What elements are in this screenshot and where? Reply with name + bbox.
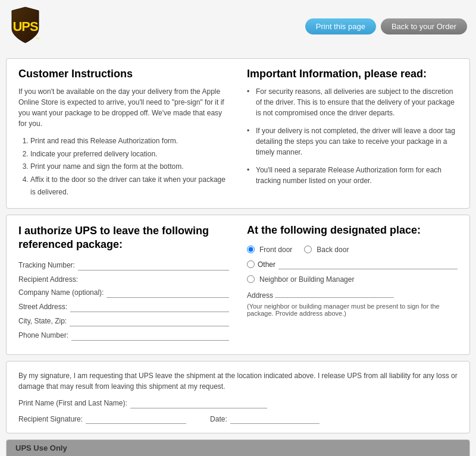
important-info: Important Information, please read: For … [247, 68, 458, 199]
door-options: Front door Back door [247, 246, 458, 254]
tracking-field: Tracking Number: [18, 261, 229, 271]
neighbor-note: (Your neighbor or building manager must … [247, 303, 458, 317]
tracking-input[interactable] [78, 261, 229, 271]
address-label: Address [247, 291, 273, 300]
header-buttons: Print this page Back to your Order [305, 18, 467, 34]
street-input[interactable] [70, 303, 229, 312]
sig-date-row: Recipient Signature: Date: [18, 414, 458, 424]
page-header: UPS ™ Print this page Back to your Order [0, 0, 476, 52]
date-label: Date: [210, 415, 227, 423]
company-label: Company Name (optional): [18, 288, 104, 297]
svg-text:UPS: UPS [12, 19, 38, 34]
back-button[interactable]: Back to your Order [381, 18, 467, 34]
designated-place-title: At the following designated place: [247, 224, 458, 237]
step-3: Print your name and sign the form at the… [30, 161, 229, 174]
customer-instructions-title: Customer Instructions [18, 68, 229, 80]
ups-only-section: UPS Use Only Zip: Delivery Date: [6, 439, 470, 456]
info-section: Customer Instructions If you won't be av… [6, 58, 470, 209]
important-info-bullets: For security reasons, all deliveries are… [247, 86, 458, 186]
auth-section: I authorize UPS to leave the following r… [6, 215, 470, 355]
neighbor-radio[interactable] [247, 275, 255, 283]
bullet-1: For security reasons, all deliveries are… [247, 86, 458, 118]
print-button[interactable]: Print this page [305, 18, 376, 34]
bullet-3: You'll need a separate Release Authoriza… [247, 165, 458, 186]
neighbor-label: Neighbor or Building Manager [259, 275, 354, 284]
company-field: Company Name (optional): [18, 288, 229, 298]
customer-instructions-steps: Print and read this Release Authorizatio… [30, 135, 229, 199]
city-field: City, State, Zip: [18, 317, 229, 326]
back-door-option: Back door [304, 246, 349, 254]
other-underline [278, 260, 458, 269]
other-label: Other [258, 260, 275, 269]
front-door-option: Front door [247, 246, 292, 254]
tracking-label: Tracking Number: [18, 261, 75, 269]
street-label: Street Address: [18, 303, 67, 311]
phone-field: Phone Number: [18, 331, 229, 341]
street-field: Street Address: [18, 303, 229, 312]
print-name-row: Print Name (First and Last Name): [18, 399, 458, 408]
customer-instructions-intro: If you won't be available on the day you… [18, 86, 229, 129]
city-label: City, State, Zip: [18, 317, 67, 325]
bullet-2: If your delivery is not completed, the d… [247, 125, 458, 158]
date-input[interactable] [230, 414, 320, 424]
neighbor-option: Neighbor or Building Manager [247, 275, 458, 284]
auth-title: I authorize UPS to leave the following r… [18, 224, 229, 252]
address-underline [275, 288, 394, 298]
date-part: Date: [210, 414, 320, 424]
back-door-radio[interactable] [304, 246, 312, 253]
recipient-sig-part: Recipient Signature: [18, 414, 186, 424]
front-door-label: Front door [259, 246, 292, 254]
svg-text:™: ™ [36, 37, 40, 41]
recipient-sig-label: Recipient Signature: [18, 415, 83, 423]
important-info-title: Important Information, please read: [247, 68, 458, 80]
other-radio[interactable] [247, 260, 255, 268]
step-1: Print and read this Release Authorizatio… [30, 135, 229, 148]
company-input[interactable] [107, 288, 229, 298]
ups-logo: UPS ™ [9, 6, 42, 46]
auth-left: I authorize UPS to leave the following r… [18, 224, 229, 345]
other-option-row: Other [247, 260, 458, 269]
ups-only-header: UPS Use Only [7, 440, 469, 456]
recipient-sig-input[interactable] [86, 414, 186, 424]
address-field: Address [247, 288, 458, 300]
phone-label: Phone Number: [18, 331, 68, 339]
phone-input[interactable] [71, 331, 229, 341]
customer-instructions: Customer Instructions If you won't be av… [18, 68, 229, 199]
step-4: Affix it to the door so the driver can t… [30, 174, 229, 199]
liability-statement: By my signature, I am requesting that UP… [18, 370, 458, 392]
signature-section: By my signature, I am requesting that UP… [6, 361, 470, 433]
front-door-radio[interactable] [247, 246, 255, 253]
print-name-label: Print Name (First and Last Name): [18, 399, 127, 407]
auth-right: At the following designated place: Front… [247, 224, 458, 345]
city-input[interactable] [70, 317, 229, 326]
back-door-label: Back door [317, 246, 349, 254]
recipient-field: Recipient Address: [18, 275, 229, 284]
step-2: Indicate your preferred delivery locatio… [30, 148, 229, 161]
recipient-label: Recipient Address: [18, 275, 78, 284]
print-name-input[interactable] [130, 399, 267, 408]
